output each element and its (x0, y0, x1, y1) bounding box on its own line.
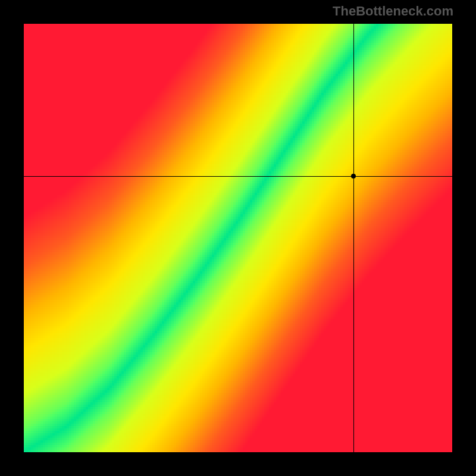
watermark-text: TheBottleneck.com (333, 4, 453, 19)
crosshair-horizontal (24, 176, 452, 177)
bottleneck-heatmap (24, 24, 452, 452)
crosshair-marker (351, 174, 356, 178)
crosshair-vertical (353, 24, 354, 452)
chart-container: TheBottleneck.com (0, 0, 476, 476)
